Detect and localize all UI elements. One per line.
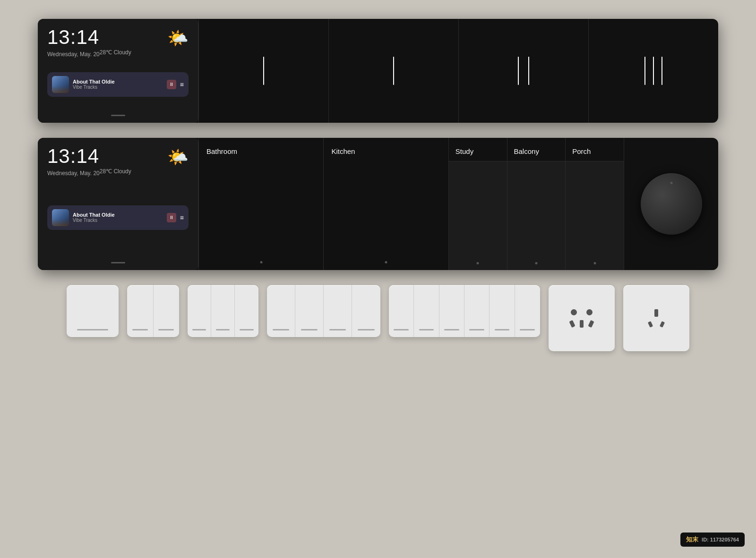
dial-knob[interactable] [641, 173, 702, 235]
bottom-smart-screen: 13:14 Wednesday, May. 20 28℃ Cloudy 🌤️ A… [38, 138, 198, 270]
date-display: Wednesday, May. 20 [47, 51, 100, 58]
study-label[interactable]: Study [449, 138, 507, 161]
outlet-3pin-face [649, 309, 664, 327]
outlet-3pin-left [648, 321, 653, 328]
top-smart-panel: 13:14 Wednesday, May. 20 28℃ Cloudy 🌤️ A… [38, 19, 718, 123]
switch-col-6e[interactable] [490, 285, 515, 337]
study-balcony-porch-section: Study Balcony Porch [448, 138, 624, 270]
weather-icon: 🌤️ [167, 28, 189, 48]
switch-line-1 [263, 57, 264, 85]
weather-display: 28℃ Cloudy [100, 49, 131, 58]
switch-line-4c [662, 57, 662, 85]
music-subtitle: Vibe Tracks [73, 85, 163, 90]
outlet-3pin-top-slot [654, 309, 658, 317]
switch-col-3a[interactable] [188, 285, 211, 337]
outlet-3pin[interactable] [623, 285, 689, 351]
music-info: About That Oldie Vibe Tracks [73, 79, 163, 90]
switch-3gang[interactable] [188, 285, 258, 337]
balcony-dot [535, 262, 537, 264]
bottom-date-display: Wednesday, May. 20 [47, 170, 100, 177]
sbp-switches-row [449, 161, 624, 270]
outlet-bottom-slots [570, 320, 593, 328]
switch-4gang-grid [267, 285, 380, 337]
switch-col-6b[interactable] [414, 285, 439, 337]
switch-col-3b[interactable] [211, 285, 235, 337]
switch-bar-3b [216, 329, 230, 330]
outlet-5pin[interactable] [549, 285, 615, 351]
clock-display: 13:14 [47, 27, 131, 47]
switch-3gang-grid [188, 285, 258, 337]
switch-col-6f[interactable] [515, 285, 540, 337]
outlet-5pin-face [570, 309, 593, 328]
dial-section[interactable] [624, 138, 718, 270]
outlet-top-round-holes [571, 309, 593, 315]
kitchen-dot [385, 261, 387, 263]
outlet-slot-left [569, 320, 575, 327]
porch-label[interactable]: Porch [566, 138, 624, 161]
pause-button[interactable]: ⏸ [167, 80, 176, 89]
switch-6gang[interactable] [389, 285, 540, 337]
switch-col-6c[interactable] [439, 285, 464, 337]
switch-line-2 [393, 57, 394, 85]
switch-section-4[interactable] [588, 19, 718, 123]
switch-col-3c[interactable] [235, 285, 258, 337]
porch-switch[interactable] [566, 161, 624, 270]
switch-2gang[interactable] [127, 285, 179, 337]
bottom-screen-indicator [47, 262, 189, 263]
watermark-brand: 知末 [686, 536, 698, 543]
outlet-3pin-bottom [649, 321, 664, 327]
study-dot [477, 262, 479, 264]
bottom-clock-weather: 13:14 Wednesday, May. 20 28℃ Cloudy 🌤️ [47, 146, 189, 177]
screen-indicator [47, 115, 189, 116]
room-bathroom[interactable]: Bathroom [198, 138, 323, 270]
switch-section-1[interactable] [198, 19, 328, 123]
balcony-label[interactable]: Balcony [507, 138, 566, 161]
watermark: 知末 ID: 1173205764 [680, 533, 745, 547]
screen-dot [111, 115, 125, 116]
switch-6gang-grid [389, 285, 540, 337]
switch-bar-3a [192, 329, 206, 330]
music-controls[interactable]: ⏸ ≡ [167, 80, 184, 89]
switch-col-4d[interactable] [352, 285, 380, 337]
watermark-id: ID: 1173205764 [702, 537, 739, 542]
switch-bar-3c [240, 329, 254, 330]
switch-4gang[interactable] [267, 285, 380, 337]
playlist-button[interactable]: ≡ [180, 81, 184, 88]
switch-col-4b[interactable] [295, 285, 324, 337]
switch-col-4a[interactable] [267, 285, 295, 337]
bathroom-label: Bathroom [206, 147, 316, 155]
bottom-playlist-button[interactable]: ≡ [180, 214, 184, 221]
bottom-music-controls[interactable]: ⏸ ≡ [167, 213, 184, 222]
balcony-switch[interactable] [507, 161, 566, 270]
switch-section-2[interactable] [328, 19, 458, 123]
switch-col-6a[interactable] [389, 285, 414, 337]
porch-dot [593, 262, 596, 264]
bottom-music-title: About That Oldie [73, 212, 163, 218]
switch-bar-2b [158, 329, 174, 330]
switch-line-4a [644, 57, 645, 85]
bottom-music-widget[interactable]: About That Oldie Vibe Tracks ⏸ ≡ [47, 205, 189, 230]
study-switch[interactable] [449, 161, 507, 270]
bottom-album-art [52, 209, 69, 226]
bottom-pause-button[interactable]: ⏸ [167, 213, 176, 222]
bottom-smart-panel: 13:14 Wednesday, May. 20 28℃ Cloudy 🌤️ A… [38, 138, 718, 270]
room-kitchen[interactable]: Kitchen [323, 138, 448, 270]
bottom-clock-display: 13:14 [47, 146, 131, 166]
switch-col-6d[interactable] [464, 285, 490, 337]
dial-position-dot [670, 182, 672, 184]
bottom-music-subtitle: Vibe Tracks [73, 218, 163, 223]
bottom-music-info: About That Oldie Vibe Tracks [73, 212, 163, 223]
bathroom-dot [260, 261, 262, 263]
switch-line-3a [518, 57, 519, 85]
outlet-hole-right [586, 309, 593, 315]
switch-bar-1 [77, 329, 108, 330]
music-widget[interactable]: About That Oldie Vibe Tracks ⏸ ≡ [47, 72, 189, 97]
bottom-screen-dot [111, 262, 125, 263]
switch-section-3[interactable] [458, 19, 588, 123]
switch-half-right[interactable] [154, 285, 180, 337]
switch-1gang[interactable] [67, 285, 119, 337]
kitchen-label: Kitchen [331, 147, 440, 155]
outlet-slot-right [588, 320, 594, 327]
switch-col-4c[interactable] [324, 285, 352, 337]
switch-half-left[interactable] [127, 285, 154, 337]
